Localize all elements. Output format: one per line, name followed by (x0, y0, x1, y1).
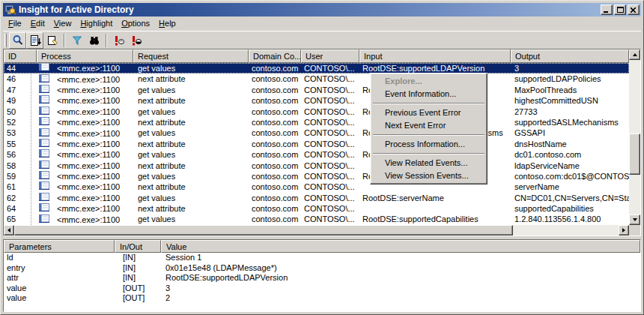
event-row-55[interactable]: 55<mmc.exe>:1100next attributecontoso.co… (4, 139, 629, 149)
param-column-header-parameters[interactable]: Parameters (4, 240, 115, 253)
param-direction: [OUT] (115, 293, 161, 304)
event-row-61[interactable]: 61<mmc.exe>:1100next attributecontoso.co… (4, 182, 629, 192)
process-window-icon (39, 171, 57, 182)
cell-domain: contoso.com (249, 203, 301, 214)
param-name: value (4, 284, 115, 294)
context-menu-item-view-session-events[interactable]: View Session Events... (371, 170, 486, 182)
cell-domain: contoso.com (249, 171, 301, 182)
maximize-button[interactable] (614, 4, 626, 15)
process-name: <mmc.exe>:1100 (57, 171, 120, 182)
cell-process: <mmc.exe>:1100 (37, 117, 133, 128)
cell-request: get values (133, 149, 249, 160)
cell-user: CONTOSO\... (301, 214, 359, 224)
cell-output: highestCommittedUSN (511, 95, 629, 106)
column-header-id[interactable]: ID (4, 50, 37, 63)
column-header-input[interactable]: Input (359, 50, 511, 63)
filter-button[interactable] (68, 32, 85, 49)
cell-domain: contoso.com (249, 85, 301, 95)
param-name: ld (4, 253, 115, 263)
event-row-59[interactable]: 59<mmc.exe>:1100get valuescontoso.comCON… (4, 171, 629, 182)
process-window-icon (39, 214, 57, 225)
cell-output: supportedLDAPPolicies (511, 74, 629, 84)
scroll-down-button[interactable] (629, 214, 640, 225)
cell-id: 55 (4, 139, 37, 149)
param-row[interactable]: entry[IN]0x01e15e48 (LDAPMessage*) (4, 263, 640, 274)
process-name: <mmc.exe>:1100 (57, 193, 120, 203)
menu-view[interactable]: View (49, 16, 76, 31)
context-menu-item-previous-event-error[interactable]: Previous Event Error (371, 106, 486, 119)
close-button[interactable] (628, 4, 640, 15)
vertical-scrollbar[interactable] (629, 50, 640, 225)
cell-output: 3 (511, 63, 629, 74)
param-row[interactable]: value[OUT]2 (4, 293, 640, 304)
context-menu-item-view-related-events[interactable]: View Related Events... (371, 157, 486, 170)
menu-highlight[interactable]: Highlight (76, 16, 117, 31)
column-header-output[interactable]: Output (511, 50, 629, 63)
cell-id: 52 (4, 117, 37, 128)
next-event-error-button[interactable] (127, 32, 145, 49)
menu-help[interactable]: Help (154, 16, 180, 31)
vertical-scroll-thumb[interactable] (629, 134, 640, 175)
cell-request: get values (133, 193, 249, 203)
cell-process: <mmc.exe>:1100 (37, 160, 133, 171)
event-row-58[interactable]: 58<mmc.exe>:1100next attributecontoso.co… (4, 160, 629, 171)
horizontal-scroll-thumb[interactable] (14, 225, 513, 236)
auto-scroll-button[interactable] (26, 32, 43, 49)
process-name: <mmc.exe>:1100 (57, 106, 120, 117)
context-menu-item-next-event-error[interactable]: Next Event Error (371, 119, 486, 132)
param-column-header-in-out[interactable]: In/Out (115, 240, 161, 253)
process-window-icon (39, 149, 57, 160)
event-row-49[interactable]: 49<mmc.exe>:1100next attributecontoso.co… (4, 95, 629, 106)
scroll-left-button[interactable] (4, 225, 14, 236)
cell-user: CONTOSO\... (301, 85, 359, 95)
process-window-icon (39, 106, 57, 117)
process-name: <mmc.exe>:1100 (57, 74, 120, 85)
window-title: Insight for Active Directory (19, 4, 601, 15)
column-header-user[interactable]: User (301, 50, 359, 63)
process-window-icon (39, 160, 57, 171)
annotate-button[interactable] (43, 32, 61, 49)
event-row-44[interactable]: 44<mmc.exe>:1100get valuescontoso.comCON… (4, 63, 629, 74)
menu-options[interactable]: Options (117, 16, 154, 31)
param-row[interactable]: ld[IN]Session 1 (4, 253, 640, 263)
param-direction: [OUT] (115, 284, 161, 294)
param-row[interactable]: value[OUT]3 (4, 284, 640, 294)
param-column-header-value[interactable]: Value (161, 240, 640, 253)
menu-separator (373, 134, 484, 136)
cell-request: next attribute (133, 74, 249, 84)
event-row-64[interactable]: 64<mmc.exe>:1100next attributecontoso.co… (4, 203, 629, 214)
cell-request: get values (133, 106, 249, 117)
event-row-62[interactable]: 62<mmc.exe>:1100get valuescontoso.comCON… (4, 193, 629, 203)
cell-process: <mmc.exe>:1100 (37, 106, 133, 117)
menu-file[interactable]: File (4, 16, 26, 31)
minimize-button[interactable] (601, 4, 613, 15)
scroll-up-button[interactable] (629, 50, 640, 60)
event-row-53[interactable]: 53<mmc.exe>:1100get valuescontoso.comCON… (4, 128, 629, 138)
previous-event-error-button[interactable] (110, 32, 127, 49)
menu-edit[interactable]: Edit (26, 16, 49, 31)
event-row-56[interactable]: 56<mmc.exe>:1100get valuescontoso.comCON… (4, 149, 629, 160)
column-header-domain-co[interactable]: Domain Co... (249, 50, 301, 63)
column-header-request[interactable]: Request (133, 50, 249, 63)
cell-process: <mmc.exe>:1100 (37, 74, 133, 84)
find-button[interactable] (85, 32, 103, 49)
event-row-52[interactable]: 52<mmc.exe>:1100next attributecontoso.co… (4, 117, 629, 128)
process-name: <mmc.exe>:1100 (57, 160, 120, 171)
context-menu-item-process-information[interactable]: Process Information... (371, 138, 486, 151)
cell-id: 64 (4, 203, 37, 214)
context-menu-item-event-information[interactable]: Event Information... (371, 88, 486, 100)
scroll-right-button[interactable] (619, 225, 629, 236)
param-value: RootDSE:supportedLDAPVersion (161, 273, 640, 284)
app-window: Insight for Active Directory FileEditVie… (0, 0, 644, 315)
toolbar-gripper[interactable] (4, 34, 7, 47)
magnifier-button[interactable] (9, 32, 26, 49)
auto-scroll-icon (29, 34, 41, 46)
cell-output: CN=DC01,CN=Servers,CN=Standa (511, 193, 629, 203)
event-row-47[interactable]: 47<mmc.exe>:1100get valuescontoso.comCON… (4, 85, 629, 95)
event-row-46[interactable]: 46<mmc.exe>:1100next attributecontoso.co… (4, 74, 629, 84)
event-row-50[interactable]: 50<mmc.exe>:1100get valuescontoso.comCON… (4, 106, 629, 117)
column-header-process[interactable]: Process (37, 50, 133, 63)
event-row-65[interactable]: 65<mmc.exe>:1100get valuescontoso.comCON… (4, 214, 629, 224)
horizontal-scrollbar[interactable] (4, 225, 629, 236)
param-row[interactable]: attr[IN]RootDSE:supportedLDAPVersion (4, 273, 640, 284)
